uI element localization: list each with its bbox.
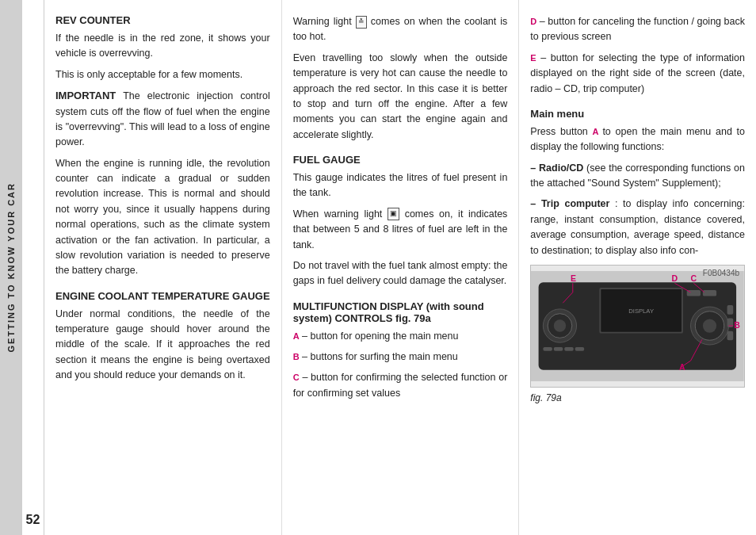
- radio-cd-label: – Radio/CD: [530, 162, 583, 174]
- rev-counter-p4: When the engine is running idle, the rev…: [55, 156, 270, 279]
- fuel-warning-para: When warning light ▣ comes on, it indica…: [293, 207, 508, 253]
- label-A-ref: A: [593, 127, 603, 136]
- column-3: D – button for canceling the function / …: [519, 0, 756, 535]
- svg-text:A: A: [679, 362, 685, 372]
- trip-computer-item: – Trip computer : to display info concer…: [530, 197, 745, 258]
- important-label: IMPORTANT: [55, 90, 116, 101]
- svg-point-14: [703, 319, 716, 332]
- rev-counter-important: IMPORTANT The electronic injection contr…: [55, 88, 270, 151]
- warning-light-icon: ≛: [356, 16, 367, 29]
- coolant-warning-para: Warning light ≛ comes on when the coolan…: [293, 14, 508, 45]
- column-1: REV COUNTER If the needle is in the red …: [44, 0, 282, 535]
- radio-cd-item: – Radio/CD (see the corresponding functi…: [530, 161, 745, 192]
- svg-text:D: D: [672, 273, 678, 283]
- press-button-text: Press button: [530, 126, 587, 137]
- label-B: B: [293, 352, 300, 361]
- svg-text:E: E: [571, 273, 576, 283]
- dashboard-illustration: DISPLAY: [531, 266, 744, 387]
- heading-main-menu: Main menu: [530, 108, 745, 120]
- figure-79a: F0B0434b DISPLAY: [530, 265, 745, 388]
- main-content: REV COUNTER If the needle is in the red …: [44, 0, 756, 535]
- svg-text:C: C: [691, 273, 697, 283]
- fuel-warning-text: When warning light: [293, 208, 383, 220]
- svg-rect-19: [727, 331, 734, 341]
- rev-counter-p1: If the needle is in the red zone, it sho…: [55, 31, 270, 62]
- control-B: B – buttons for surfing the main menu: [293, 350, 508, 365]
- svg-rect-10: [565, 347, 575, 351]
- label-E: E: [530, 53, 536, 63]
- warning-light-text: Warning light: [293, 16, 352, 27]
- fuel-warning-icon: ▣: [388, 208, 399, 220]
- main-menu-intro: Press button A to open the main menu and…: [530, 124, 745, 155]
- control-B-text: – buttons for surfing the main menu: [302, 351, 458, 362]
- control-E-text: – button for selecting the type of infor…: [530, 52, 745, 94]
- figure-caption: fig. 79a: [530, 391, 745, 406]
- coolant-p5: Under normal conditions, the needle of t…: [55, 307, 270, 384]
- control-D: D – button for canceling the function / …: [530, 14, 745, 45]
- label-D: D: [530, 17, 536, 26]
- svg-rect-16: [703, 290, 716, 296]
- svg-rect-8: [544, 347, 553, 351]
- sidebar-label: GETTING TO KNOW YOUR CAR: [6, 182, 16, 352]
- coolant-temp-p2: Even travelling too slowly when the outs…: [293, 51, 508, 143]
- figure-ref-code: F0B0434b: [703, 269, 739, 277]
- page-number: 52: [26, 513, 40, 527]
- label-A: A: [293, 331, 300, 341]
- fuel-warning-p5: Do not travel with the fuel tank almost …: [293, 258, 508, 289]
- heading-rev-counter: REV COUNTER: [55, 14, 270, 26]
- fuel-gauge-p3: This gauge indicates the litres of fuel …: [293, 170, 508, 201]
- heading-fuel-gauge: FUEL GAUGE: [293, 154, 508, 166]
- svg-rect-9: [554, 347, 563, 351]
- trip-computer-label: – Trip computer: [530, 198, 609, 209]
- control-C: C – button for confirming the selected f…: [293, 370, 508, 401]
- control-C-text: – button for confirming the selected fun…: [293, 372, 508, 398]
- svg-rect-11: [575, 347, 585, 351]
- control-E: E – button for selecting the type of inf…: [530, 51, 745, 97]
- sidebar: GETTING TO KNOW YOUR CAR: [0, 0, 22, 535]
- svg-text:B: B: [735, 320, 741, 330]
- label-C: C: [293, 373, 300, 382]
- rev-counter-p2: This is only acceptable for a few moment…: [55, 67, 270, 82]
- svg-point-7: [554, 319, 566, 331]
- heading-coolant: ENGINE COOLANT TEMPERATURE GAUGE: [55, 290, 270, 302]
- control-D-text: – button for canceling the function / go…: [530, 16, 745, 42]
- svg-text:DISPLAY: DISPLAY: [629, 308, 655, 315]
- column-2: Warning light ≛ comes on when the coolan…: [282, 0, 520, 535]
- heading-multifunction: MULTIFUNCTION DISPLAY (with sound system…: [293, 300, 508, 324]
- page-number-container: 52: [22, 0, 44, 535]
- control-A-text: – button for opening the main menu: [302, 331, 458, 342]
- svg-rect-17: [727, 305, 734, 315]
- control-A: A – button for opening the main menu: [293, 329, 508, 344]
